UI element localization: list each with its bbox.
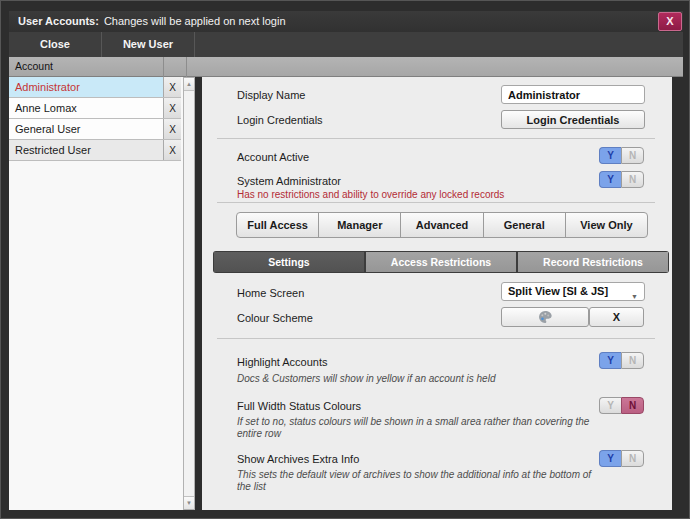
toggle-yes-button[interactable]: Y [599,171,621,188]
system-administrator-note: Has no restrictions and ability to overr… [237,189,504,200]
system-administrator-toggle: Y N [599,171,644,188]
account-active-toggle: Y N [599,147,644,164]
colour-scheme-clear-button[interactable]: X [589,307,644,327]
toggle-no-button[interactable]: N [621,352,644,369]
highlight-accounts-label: Highlight Accounts [237,356,328,368]
toggle-no-button[interactable]: N [621,450,644,467]
home-screen-select[interactable]: Split View [SI & JS] ▼ [501,282,645,301]
account-row-general-user[interactable]: General User X [9,119,181,140]
account-list: Administrator X Anne Lomax X General Use… [9,77,195,510]
system-administrator-label: System Administrator [237,175,341,187]
new-user-button[interactable]: New User [102,32,195,57]
permission-preset-group: Full Access Manager Advanced General Vie… [236,212,648,238]
window-title: User Accounts: [18,15,99,27]
title-bar: User Accounts:Changes will be applied on… [9,11,683,32]
scroll-down-icon[interactable]: ▼ [184,496,194,509]
preset-view-only-button[interactable]: View Only [566,213,647,237]
tab-access-restrictions[interactable]: Access Restrictions [366,252,516,272]
toggle-no-button[interactable]: N [621,171,644,188]
account-name[interactable]: General User [9,119,163,139]
account-active-label: Account Active [237,151,309,163]
account-list-scrollbar[interactable]: ▲ ▼ [183,77,195,510]
close-window-button[interactable]: X [658,12,682,31]
account-row-restricted-user[interactable]: Restricted User X [9,140,181,161]
full-width-status-colours-toggle: Y N [599,397,644,414]
show-archives-extra-info-toggle: Y N [599,450,644,467]
column-divider [163,57,164,77]
highlight-accounts-note: Docs & Customers will show in yellow if … [237,373,595,385]
highlight-accounts-toggle: Y N [599,352,644,369]
toolbar: Close New User [9,32,683,57]
account-detail-panel: Display Name Login Credentials Login Cre… [202,77,672,510]
preset-general-button[interactable]: General [484,213,566,237]
scroll-up-icon[interactable]: ▲ [184,78,194,91]
settings-tab-bar: Settings Access Restrictions Record Rest… [213,251,669,273]
account-row-administrator[interactable]: Administrator X [9,77,181,98]
preset-full-access-button[interactable]: Full Access [237,213,319,237]
delete-account-button[interactable]: X [163,77,181,97]
window-subtitle: Changes will be applied on next login [104,15,286,27]
divider [217,338,655,339]
account-column-label: Account [15,60,53,72]
account-list-header: Account [9,57,683,77]
divider [217,138,655,139]
colour-scheme-label: Colour Scheme [237,312,313,324]
tab-settings[interactable]: Settings [214,252,364,272]
show-archives-extra-info-label: Show Archives Extra Info [237,453,359,465]
toggle-no-button[interactable]: N [621,147,644,164]
login-credentials-label: Login Credentials [237,114,323,126]
account-name[interactable]: Administrator [9,77,163,97]
display-name-input[interactable] [501,85,645,104]
account-name[interactable]: Restricted User [9,140,163,160]
display-name-label: Display Name [237,89,305,101]
account-name[interactable]: Anne Lomax [9,98,163,118]
divider [217,202,655,203]
colour-scheme-picker-button[interactable] [501,307,589,327]
delete-account-button[interactable]: X [163,119,181,139]
chevron-down-icon: ▼ [631,288,638,305]
close-button[interactable]: Close [9,32,102,57]
column-divider [186,57,187,77]
toggle-yes-button[interactable]: Y [599,352,621,369]
tab-record-restrictions[interactable]: Record Restrictions [518,252,668,272]
show-archives-extra-info-note: This sets the default view of archives t… [237,469,595,493]
user-accounts-window: User Accounts:Changes will be applied on… [0,0,690,519]
delete-account-button[interactable]: X [163,140,181,160]
delete-account-button[interactable]: X [163,98,181,118]
home-screen-value: Split View [SI & JS] [508,285,608,297]
home-screen-label: Home Screen [237,287,304,299]
toggle-yes-button[interactable]: Y [599,147,621,164]
toggle-yes-button[interactable]: Y [599,450,621,467]
account-row-anne-lomax[interactable]: Anne Lomax X [9,98,181,119]
full-width-status-colours-note: If set to no, status colours will be sho… [237,416,595,440]
login-credentials-button[interactable]: Login Credentials [501,110,645,129]
preset-manager-button[interactable]: Manager [319,213,401,237]
toggle-no-button[interactable]: N [621,397,644,414]
palette-icon [537,309,553,325]
full-width-status-colours-label: Full Width Status Colours [237,400,361,412]
preset-advanced-button[interactable]: Advanced [401,213,483,237]
toggle-yes-button[interactable]: Y [599,397,621,414]
